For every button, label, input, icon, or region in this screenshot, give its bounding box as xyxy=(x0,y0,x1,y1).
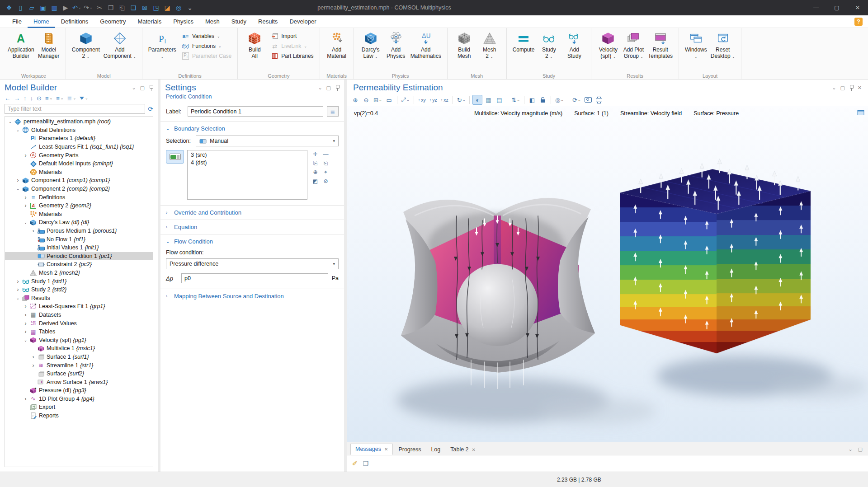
active-selection-toggle[interactable] xyxy=(166,150,184,164)
menu-tab-results[interactable]: Results xyxy=(252,15,283,28)
expander-closed-icon[interactable]: › xyxy=(30,362,37,369)
go-back-button[interactable]: ← xyxy=(5,95,10,102)
tree-item[interactable]: ›▦Tables xyxy=(5,328,153,336)
selection-entry[interactable]: 4 (dst) xyxy=(191,159,304,167)
build-mesh-button[interactable]: BuildMesh xyxy=(452,29,477,61)
copy-selection-button[interactable]: ⎘ xyxy=(311,159,320,167)
tree-item[interactable]: DInitial Values 1{init1} xyxy=(5,244,153,252)
tree-item[interactable]: ›Study 2{std2} xyxy=(5,286,153,294)
label-input[interactable] xyxy=(188,106,323,117)
compute-button[interactable]: Compute xyxy=(511,29,537,54)
qat-overflow-button[interactable]: ⌄ xyxy=(184,2,195,13)
tree-item[interactable]: Reports xyxy=(5,412,153,420)
move-up-button[interactable]: ↑ xyxy=(24,95,27,102)
livelink-button[interactable]: ⇄LiveLink⌄ xyxy=(269,42,315,50)
tree-item[interactable]: ›Component 1(comp1) {comp1} xyxy=(5,176,153,185)
redo-button[interactable]: ↷⌄ xyxy=(83,2,94,13)
expander-closed-icon[interactable]: › xyxy=(22,312,29,318)
tree-item[interactable]: ›Study 1{std1} xyxy=(5,277,153,286)
section-override[interactable]: › Override and Contribution xyxy=(160,206,344,220)
remove-from-selection-button[interactable]: — xyxy=(321,150,330,158)
paste-selection-button[interactable]: ⎗ xyxy=(321,159,330,167)
windows-button[interactable]: Windows⌄ xyxy=(683,29,709,61)
add-physics-button[interactable]: AddPhysics xyxy=(383,29,409,61)
expander-open-icon[interactable]: ⌄ xyxy=(7,119,14,124)
application-builder-button[interactable]: AApplicationBuilder xyxy=(6,29,36,61)
menu-tab-developer[interactable]: Developer xyxy=(283,15,322,28)
expander-open-icon[interactable]: ⌄ xyxy=(14,128,21,132)
tree-item[interactable]: Arrow Surface 1{arws1} xyxy=(5,378,153,386)
zoom-extents-button[interactable]: ⊞⌄ xyxy=(372,95,383,105)
comsol-logo-icon[interactable]: ❖ xyxy=(4,2,14,13)
float-messages-icon[interactable]: ▢ xyxy=(858,446,863,452)
tree-item[interactable]: DNo Flow 1{nf1} xyxy=(5,235,153,244)
collapse-button[interactable]: ≡⌄ xyxy=(56,95,63,102)
menu-tab-materials[interactable]: Materials xyxy=(132,15,167,28)
tree-item[interactable]: ›▦Datasets xyxy=(5,311,153,319)
zoom-to-selection-button[interactable]: ⌖ xyxy=(321,168,330,176)
lock-view-button[interactable] xyxy=(538,95,548,105)
tree-item[interactable]: ›≡Definitions xyxy=(5,193,153,201)
tree-item[interactable]: Least-Squares Fit 1(lsq1_fun1) {lsq1} xyxy=(5,143,153,151)
tree-item[interactable]: Mesh 2{mesh2} xyxy=(5,269,153,277)
show-button[interactable]: ⊙ xyxy=(37,95,42,102)
tab-messages[interactable]: Messages✕ xyxy=(350,444,393,455)
duplicate-button[interactable]: ❏ xyxy=(128,2,139,13)
expander-closed-icon[interactable]: › xyxy=(22,194,29,201)
expander-closed-icon[interactable]: › xyxy=(14,278,21,285)
settings-options-button[interactable]: ≣ xyxy=(327,106,339,117)
add-component-button[interactable]: AddComponent ⌄ xyxy=(102,29,138,61)
tab-table-2[interactable]: Table 2✕ xyxy=(446,445,480,455)
view-xy-button[interactable]: ↑xy xyxy=(417,95,427,105)
open-file-button[interactable]: ▱ xyxy=(26,2,37,13)
close-tab-icon[interactable]: ✕ xyxy=(384,447,388,452)
tree-item[interactable]: Constraint 2{pc2} xyxy=(5,260,153,269)
selection-dropdown[interactable]: Manual ▾ xyxy=(196,136,339,146)
expander-open-icon[interactable]: ⌄ xyxy=(14,187,21,191)
graphics-viewport[interactable]: vp(2)=0.4 Multislice: Velocity magnitude… xyxy=(347,106,868,442)
tree-item[interactable]: ›8.85e-12Derived Values xyxy=(5,319,153,328)
tree-item[interactable]: ⌄Results xyxy=(5,294,153,302)
help-icon[interactable]: ? xyxy=(854,18,863,26)
save-button[interactable]: ▣ xyxy=(38,2,48,13)
expander-closed-icon[interactable]: › xyxy=(30,228,37,234)
reset-desktop-button[interactable]: ResetDesktop ⌄ xyxy=(709,29,737,61)
close-button[interactable]: ✕ xyxy=(847,0,868,15)
rotate-view-button[interactable]: ↻⌄ xyxy=(456,95,467,105)
copy-button[interactable]: ❐ xyxy=(105,2,116,13)
tree-filter-input[interactable] xyxy=(5,104,145,114)
parameters-button[interactable]: PiParameters⌄ xyxy=(146,29,178,61)
tree-item[interactable]: ›AGeometry 2{geom2} xyxy=(5,201,153,210)
add-to-selection-button[interactable]: ✛ xyxy=(311,150,320,158)
menu-tab-physics[interactable]: Physics xyxy=(167,15,199,28)
section-equation[interactable]: › Equation xyxy=(160,220,344,234)
tree-item[interactable]: ⌄permeability_estimation.mph(root) xyxy=(5,117,153,126)
find-button[interactable]: ◎ xyxy=(173,2,184,13)
pin-panel-icon[interactable] xyxy=(149,85,153,91)
menu-tab-home[interactable]: Home xyxy=(28,15,55,28)
collapse-messages-icon[interactable]: ⌄ xyxy=(848,446,852,452)
go-forward-button[interactable]: → xyxy=(14,95,20,102)
parameter-case-button[interactable]: PiParameter Case xyxy=(180,52,233,60)
tree-item[interactable]: ⌄Global Definitions xyxy=(5,126,153,135)
paste-button[interactable]: ⎗ xyxy=(117,2,127,13)
collapse-panel-icon[interactable]: ⌄ xyxy=(132,85,136,91)
tree-item[interactable]: PiParameters 1{default} xyxy=(5,134,153,143)
tree-item[interactable]: Surface{surf2} xyxy=(5,370,153,378)
add-material-button[interactable]: AddMaterial xyxy=(324,29,349,61)
create-selection-button[interactable]: ⊕ xyxy=(311,168,320,176)
expander-closed-icon[interactable]: › xyxy=(22,320,29,327)
refresh-icon[interactable]: ⟳ xyxy=(148,105,153,112)
variables-button[interactable]: a=Variables⌄ xyxy=(180,32,233,40)
menu-tab-geometry[interactable]: Geometry xyxy=(94,15,132,28)
clear-messages-button[interactable]: ✐ xyxy=(352,460,358,467)
expander-closed-icon[interactable]: › xyxy=(22,396,29,402)
tree-item[interactable]: ›Surface 1{surf1} xyxy=(5,353,153,361)
expander-closed-icon[interactable]: › xyxy=(22,152,29,159)
tree-item[interactable]: Multislice 1{mslc1} xyxy=(5,344,153,353)
expander-open-icon[interactable]: ⌄ xyxy=(22,338,29,342)
float-panel-icon[interactable]: ▢ xyxy=(140,85,145,91)
invert-selection-button[interactable]: ◩ xyxy=(311,177,320,185)
expander-closed-icon[interactable]: › xyxy=(22,202,29,209)
copy-messages-button[interactable]: ❐ xyxy=(363,460,369,467)
